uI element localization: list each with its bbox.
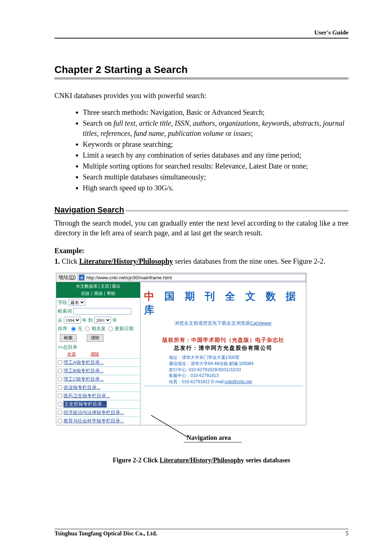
catalog-checkbox[interactable] bbox=[58, 402, 62, 406]
db-title: 中 国 期 刊 全 文 数 据 库 bbox=[144, 289, 302, 317]
list-item: Keywords or phrase searching; bbox=[83, 139, 348, 149]
catalog-link[interactable]: 理工A辑专栏目录... bbox=[64, 359, 104, 366]
svg-line-0 bbox=[151, 415, 187, 437]
chapter-title: Chapter 2 Starting a Search bbox=[54, 64, 348, 76]
text: 地址( bbox=[58, 274, 70, 280]
list-item: High search speed up to 30G/s. bbox=[83, 183, 348, 193]
catalog-link[interactable]: 医药卫生辑专栏目录... bbox=[64, 393, 110, 399]
title-rest: 国 期 刊 全 文 数 据 库 bbox=[144, 291, 299, 316]
text: ) bbox=[74, 274, 76, 280]
text: ; bbox=[251, 129, 253, 137]
catalog-checkbox[interactable] bbox=[58, 394, 62, 398]
contact-info: 地址：清华大学东门华业大厦1300室 通信地址：清华大学84-48信箱 邮编:1… bbox=[169, 355, 278, 385]
catalog-checkbox[interactable] bbox=[58, 369, 62, 373]
catalog-item[interactable]: 理工A辑专栏目录... bbox=[56, 358, 140, 366]
url-field[interactable]: e http://www.cnki.net/cjn30/mainframe.ht… bbox=[78, 274, 306, 281]
select-all-link[interactable]: 全选 bbox=[67, 351, 76, 357]
catalog-link[interactable]: 理工C辑专栏目录... bbox=[64, 376, 104, 382]
text: Click bbox=[60, 257, 79, 265]
url-text: http://www.cnki.net/cjn30/mainframe.html bbox=[86, 275, 172, 280]
address-label: 地址(D) bbox=[56, 274, 78, 281]
field-select[interactable]: 篇名 bbox=[69, 299, 85, 306]
catalog-item[interactable]: 教育与社会科学辑专栏目录... bbox=[56, 417, 140, 425]
list-item: Three search methods: Navigation, Basic … bbox=[83, 107, 348, 117]
nav-area-underline bbox=[184, 442, 242, 442]
year-unit: 年 bbox=[82, 317, 87, 324]
catalog-link[interactable]: 文史哲辑专栏目录... bbox=[64, 401, 107, 408]
to-label: 到 bbox=[88, 317, 93, 324]
chapter-rule bbox=[54, 78, 348, 79]
term-input[interactable] bbox=[73, 308, 131, 315]
cut-line bbox=[144, 386, 302, 386]
page-number: 5 bbox=[346, 530, 348, 537]
catalog-item[interactable]: 理工C辑专栏目录... bbox=[56, 375, 140, 383]
catalog-checkbox[interactable] bbox=[58, 360, 62, 365]
text: D bbox=[70, 274, 74, 280]
text-italic: issues bbox=[233, 129, 251, 137]
catalog-link[interactable]: 理工B辑专栏目录... bbox=[64, 368, 104, 374]
list-item: Multiple sorting options for searched re… bbox=[83, 161, 348, 171]
step-number: 1. bbox=[54, 257, 60, 265]
catalog-link[interactable]: 教育与社会科学辑专栏目录... bbox=[64, 418, 124, 424]
info-line: 发行中心: 010-62791829/30/31/32/33 bbox=[169, 367, 278, 373]
sort-row: 排序: 无 相关度 更新日期 bbox=[56, 325, 140, 333]
top-nav-2: 初级| 高级| 帮助 bbox=[56, 291, 140, 298]
sort-label: 排序: bbox=[58, 325, 69, 332]
text: Search on bbox=[83, 119, 113, 127]
catalog-item-highlight[interactable]: 文史哲辑专栏目录... bbox=[56, 400, 140, 408]
intro-text: CNKI databases provides you with powerfu… bbox=[54, 92, 348, 100]
right-panel: 中 国 期 刊 全 文 数 据 库 浏览全文前请您首先下载全文浏览器CajVie… bbox=[140, 282, 306, 425]
cajviewer-link[interactable]: CajViewer bbox=[250, 320, 271, 326]
catalog-checkbox[interactable] bbox=[58, 410, 62, 415]
nav-link[interactable]: 主页 bbox=[101, 283, 109, 289]
info-line: 通信地址：清华大学84-48信箱 邮编:100084 bbox=[169, 361, 278, 367]
section-rule bbox=[126, 211, 348, 211]
text: series databases from the nine ones. See… bbox=[173, 257, 325, 265]
catalog-checkbox[interactable] bbox=[58, 419, 62, 423]
clear-button[interactable]: 清除 bbox=[87, 334, 103, 342]
catalog-head: >>总目录 bbox=[56, 343, 140, 351]
catalog-link[interactable]: 农业辑专栏目录... bbox=[64, 384, 101, 391]
section-title: Navigation Search bbox=[54, 205, 124, 215]
from-label: 从 bbox=[58, 317, 62, 324]
header-right: User's Guide bbox=[54, 29, 348, 39]
catalog-item[interactable]: 经济政治与法律辑专栏目录... bbox=[56, 408, 140, 417]
subtitle: 浏览全文前请您首先下载全文浏览器CajViewer bbox=[175, 320, 271, 327]
feature-list: Three search methods: Navigation, Basic … bbox=[83, 107, 348, 193]
text: or bbox=[224, 129, 233, 137]
search-button[interactable]: 检索 bbox=[60, 334, 77, 342]
radio-label: 无 bbox=[78, 325, 82, 332]
nav-link[interactable]: 高级 bbox=[94, 291, 103, 297]
top-nav: 全文数据库| 主页| 退出 bbox=[56, 282, 140, 291]
fig-link: Literature/History/Philosophy bbox=[160, 457, 244, 464]
catalog-link[interactable]: 经济政治与法律辑专栏目录... bbox=[64, 409, 124, 416]
sep: | bbox=[98, 283, 99, 289]
clear-link[interactable]: 清除 bbox=[90, 351, 99, 357]
sort-date-radio[interactable] bbox=[108, 327, 113, 331]
fig-tail: series databases bbox=[244, 457, 290, 464]
nav-link[interactable]: 帮助 bbox=[107, 291, 115, 297]
catalog-item[interactable]: 理工B辑专栏目录... bbox=[56, 366, 140, 375]
sort-none-radio[interactable] bbox=[71, 327, 76, 331]
sort-rel-radio[interactable] bbox=[85, 327, 90, 331]
list-item: Search multiple databases simultaneously… bbox=[83, 172, 348, 182]
catalog-item[interactable]: 农业辑专栏目录... bbox=[56, 383, 140, 392]
footer: Tsinghua Tongfang Optical Disc Co., Ltd.… bbox=[54, 529, 348, 537]
nav-link[interactable]: 全文数据库 bbox=[76, 283, 98, 289]
catalog-checkbox[interactable] bbox=[58, 377, 62, 381]
address-bar: 地址(D) e http://www.cnki.net/cjn30/mainfr… bbox=[56, 273, 306, 282]
sep: | bbox=[104, 291, 105, 297]
email-link[interactable]: cnki@cnki.net bbox=[225, 379, 252, 384]
copyright: 版权所有：中国学术期刊（光盘版）电子杂志社 bbox=[162, 337, 284, 344]
year-unit: 年 bbox=[113, 317, 117, 324]
ie-icon: e bbox=[79, 275, 85, 280]
catalog-item[interactable]: 医药卫生辑专栏目录... bbox=[56, 392, 140, 400]
nav-link[interactable]: 退出 bbox=[112, 283, 121, 289]
nav-link[interactable]: 初级 bbox=[81, 291, 90, 297]
year-to-select[interactable]: 2001 bbox=[94, 317, 111, 324]
field-label: 字段 bbox=[58, 299, 67, 306]
catalog-checkbox[interactable] bbox=[58, 385, 62, 390]
year-from-select[interactable]: 1994 bbox=[64, 317, 81, 324]
step-link: Literature/History/Philosophy bbox=[79, 257, 173, 265]
list-item: Limit a search by any combination of ser… bbox=[83, 150, 348, 160]
